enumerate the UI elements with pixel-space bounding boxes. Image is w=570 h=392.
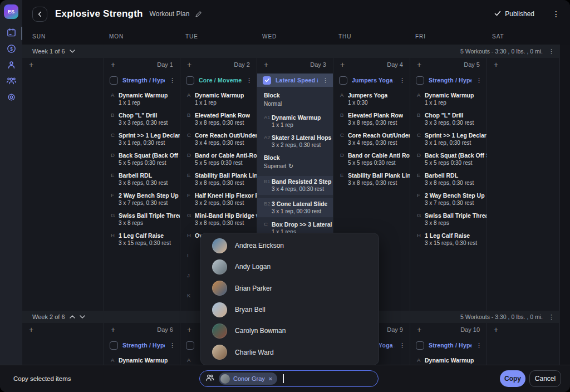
workout-card[interactable]: Strength / Hypertro...⋮ADynamic Warmup1 … — [410, 339, 487, 365]
week-menu-icon[interactable]: ⋮ — [548, 48, 554, 55]
exercise-row[interactable]: BChop "L" Drill3 x 3 reps, 0:30 rest — [111, 111, 174, 127]
add-workout-button[interactable]: + — [340, 61, 345, 68]
workout-menu-icon[interactable]: ⋮ — [169, 77, 175, 84]
add-workout-button[interactable]: + — [417, 61, 421, 68]
workout-card[interactable]: Strength / Hypertro...⋮ADynamic Warmup1 … — [410, 74, 487, 253]
member-tag-input[interactable]: Conor Gray ✕ — [199, 370, 379, 387]
sidebar-item-calendar[interactable] — [0, 26, 22, 41]
exercise-row[interactable]: ADynamic Warmup1 x 1 rep — [417, 91, 481, 107]
exercise-row[interactable]: ADynamic Warmup1 x 1 rep — [187, 91, 251, 107]
workout-menu-icon[interactable]: ⋮ — [246, 77, 252, 84]
workout-title-link[interactable]: Strength / Hypertro... — [429, 342, 471, 349]
exercise-row[interactable]: H1 Leg Calf Raise3 x 15 reps, 0:30 rest — [111, 232, 174, 247]
workout-checkbox[interactable] — [110, 76, 118, 85]
workout-menu-icon[interactable]: ⋮ — [399, 342, 405, 349]
exercise-row[interactable]: FHalf Kneel Hip Flexor Rais...3 x 2 reps… — [187, 192, 251, 207]
add-workout-button[interactable]: + — [187, 61, 191, 68]
add-workout-button[interactable]: + — [29, 326, 33, 334]
add-workout-button[interactable]: + — [29, 61, 33, 68]
workout-title-link[interactable]: Lateral Speed / Plyo — [276, 77, 318, 84]
chevron-up-icon[interactable] — [70, 315, 75, 318]
workout-title-link[interactable]: Jumpers Yoga / Core — [352, 77, 395, 84]
member-row[interactable]: Bryan Bell — [201, 299, 379, 320]
exercise-row[interactable]: ADynamic Warmup1 x 1 rep — [111, 356, 174, 365]
exercise-row[interactable]: CCore Reach Out/Under3 x 4 reps, 0:30 re… — [187, 131, 251, 147]
exercise-row[interactable]: F2 Way Bench Step Up3 x 7 reps, 0:30 res… — [417, 192, 481, 207]
member-row[interactable]: Andrea Erickson — [201, 235, 379, 256]
workout-checkbox[interactable] — [186, 76, 194, 85]
exercise-row[interactable]: BChop "L" Drill3 x 3 reps, 0:30 rest — [417, 111, 481, 127]
exercise-row[interactable]: CSprint >> 1 Leg Declarations3 x 1 rep, … — [417, 131, 481, 147]
back-button[interactable] — [32, 7, 47, 22]
workout-title-link[interactable]: Strength / Hypertro... — [122, 77, 165, 84]
exercise-row[interactable]: H1 Leg Calf Raise3 x 15 reps, 0:30 rest — [417, 232, 481, 247]
workout-menu-icon[interactable]: ⋮ — [169, 342, 175, 349]
exercise-row[interactable]: EBarbell RDL3 x 8 reps, 0:30 rest — [111, 171, 174, 187]
exercise-row[interactable]: EBarbell RDL3 x 8 reps, 0:30 rest — [417, 171, 481, 187]
workout-checkbox[interactable] — [186, 341, 194, 350]
exercise-row[interactable]: CCore Reach Out/Under3 x 4 reps, 0:30 re… — [340, 131, 404, 147]
workout-checkbox[interactable] — [110, 341, 118, 350]
chevron-down-icon[interactable] — [80, 315, 85, 318]
exercise-row[interactable]: AJumpers Yoga1 x 0:30 — [340, 91, 404, 107]
member-row[interactable]: Andy Logan — [201, 256, 379, 277]
exercise-row[interactable]: ADynamic Warmup1 x 1 rep — [417, 356, 481, 365]
week-menu-icon[interactable]: ⋮ — [548, 314, 554, 320]
published-status[interactable]: Published — [494, 10, 534, 18]
workout-checkbox[interactable] — [339, 76, 347, 85]
add-workout-button[interactable]: + — [494, 326, 498, 334]
workout-checkbox[interactable] — [416, 76, 424, 85]
workout-checkbox[interactable] — [263, 76, 271, 85]
copy-button[interactable]: Copy — [500, 370, 525, 387]
add-workout-button[interactable]: + — [264, 61, 268, 68]
exercise-row[interactable]: B1Band Resisted 2 Step Late...3 x 4 reps… — [257, 176, 333, 195]
cancel-button[interactable]: Cancel — [529, 370, 561, 387]
sidebar-item-settings[interactable] — [0, 90, 22, 106]
exercise-row[interactable]: DBand or Cable Anti-Rotati...5 x 5 reps … — [187, 151, 251, 167]
edit-pencil-icon[interactable] — [195, 11, 202, 18]
chevron-down-icon[interactable] — [70, 50, 75, 53]
exercise-row[interactable]: F2 Way Bench Step Up3 x 7 reps, 0:30 res… — [111, 192, 174, 207]
workout-menu-icon[interactable]: ⋮ — [322, 77, 328, 84]
header-menu-icon[interactable]: ⋮ — [552, 10, 560, 18]
exercise-row[interactable]: BElevated Plank Row3 x 8 reps, 0:30 rest — [340, 111, 404, 127]
add-workout-button[interactable]: + — [417, 326, 421, 334]
member-row[interactable]: Brian Parker — [201, 278, 379, 299]
exercise-row[interactable]: B23 Cone Lateral Slide3 x 1 rep, 00:30 r… — [257, 198, 333, 217]
exercise-row[interactable]: DBack Squat (Back Off Set)5 x 5 reps 0:3… — [111, 151, 174, 167]
workout-card[interactable]: Strength / Hypertro...⋮ADynamic Warmup1 … — [104, 339, 180, 365]
add-workout-button[interactable]: + — [187, 326, 191, 334]
exercise-row[interactable]: ADynamic Warmup1 x 1 rep — [111, 91, 174, 107]
workout-title-link[interactable]: Strength / Hypertro... — [122, 342, 165, 349]
workout-menu-icon[interactable]: ⋮ — [476, 77, 482, 84]
workout-menu-icon[interactable]: ⋮ — [399, 77, 405, 84]
member-chip[interactable]: Conor Gray ✕ — [219, 373, 277, 385]
workout-title-link[interactable]: Core / Movement Q... — [199, 77, 242, 84]
sidebar-item-billing[interactable]: $ — [0, 42, 22, 57]
workout-checkbox[interactable] — [416, 341, 424, 350]
exercise-row[interactable]: EStability Ball Plank Linear ...3 x 8 re… — [340, 171, 404, 187]
sidebar-item-profile[interactable] — [0, 58, 22, 74]
workout-card[interactable]: Strength / Hypertro...⋮ADynamic Warmup1 … — [104, 74, 180, 253]
exercise-row[interactable]: BElevated Plank Row3 x 8 reps, 0:30 rest — [187, 111, 251, 127]
team-logo[interactable]: ES — [4, 4, 18, 19]
member-row[interactable]: Carolyn Bowman — [201, 320, 379, 341]
member-row[interactable]: Charlie Ward — [201, 342, 379, 363]
add-workout-button[interactable]: + — [111, 326, 115, 334]
add-workout-button[interactable]: + — [494, 61, 498, 68]
exercise-row[interactable]: A1Dynamic Warmup1 x 1 rep — [264, 114, 327, 129]
exercise-row[interactable]: A2Skater 3 Lateral Hops >> ...3 x 2 reps… — [264, 134, 327, 149]
exercise-row[interactable]: EStability Ball Plank Linear ...3 x 8 re… — [187, 171, 251, 187]
exercise-row[interactable]: DBand or Cable Anti Rotati...5 x 5 reps … — [340, 151, 404, 167]
workout-title-link[interactable]: Strength / Hypertro... — [429, 77, 471, 84]
add-workout-button[interactable]: + — [111, 61, 115, 68]
exercise-row[interactable]: GSwiss Ball Triple Threat3 x 8 reps — [111, 212, 174, 227]
exercise-row[interactable]: DBack Squat (Back Off Set)5 x 5 reps 0:3… — [417, 151, 481, 167]
exercise-row[interactable]: GMini-Band Hip Bridge w/ ...3 x 8 reps, … — [187, 212, 251, 227]
sidebar-item-teams[interactable] — [0, 74, 22, 90]
workout-menu-icon[interactable]: ⋮ — [476, 342, 482, 349]
chip-remove-icon[interactable]: ✕ — [268, 376, 273, 382]
exercise-row[interactable]: GSwiss Ball Triple Threat3 x 8 reps — [417, 212, 481, 227]
exercise-row[interactable]: CSprint >> 1 Leg Declarations3 x 1 rep, … — [111, 131, 174, 147]
workout-card[interactable]: Jumpers Yoga / Core⋮AJumpers Yoga1 x 0:3… — [333, 74, 410, 193]
